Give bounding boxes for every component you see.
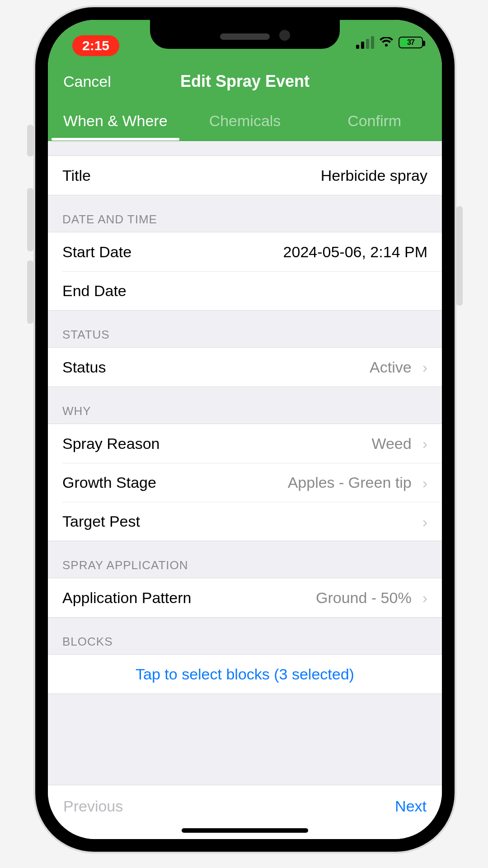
title-label: Title [62, 167, 91, 184]
start-date-value: 2024-05-06, 2:14 PM [139, 243, 427, 261]
battery-percent: 37 [407, 38, 414, 47]
cellular-icon [356, 36, 374, 49]
stage: 2:15 37 [0, 0, 488, 868]
volume-up-button[interactable] [27, 188, 33, 251]
tab-chemicals[interactable]: Chemicals [180, 101, 310, 141]
screen: 2:15 37 [48, 20, 442, 839]
growth-stage-value: Apples - Green tip [164, 474, 412, 491]
title-value: Herbicide spray [98, 167, 427, 184]
application-pattern-label: Application Pattern [62, 589, 191, 607]
volume-down-button[interactable] [27, 260, 33, 324]
recording-time-pill[interactable]: 2:15 [72, 35, 119, 56]
end-date-label: End Date [62, 282, 127, 300]
tab-label: When & Where [63, 112, 168, 130]
chevron-right-icon: › [422, 475, 427, 491]
power-button[interactable] [456, 206, 463, 306]
wifi-icon [380, 37, 393, 48]
row-spray-reason[interactable]: Spray Reason Weed › [48, 424, 442, 463]
nav-bar: Cancel Edit Spray Event [48, 61, 442, 101]
section-blocks: BLOCKS [48, 618, 442, 654]
row-application-pattern[interactable]: Application Pattern Ground - 50% › [48, 578, 442, 617]
cancel-button[interactable]: Cancel [63, 73, 111, 90]
start-date-label: Start Date [62, 243, 131, 261]
row-target-pest[interactable]: Target Pest › [62, 502, 442, 541]
group-blocks: Tap to select blocks (3 selected) [48, 654, 442, 694]
front-camera-icon [279, 30, 290, 41]
battery-icon: 37 [399, 37, 423, 48]
tab-label: Confirm [347, 112, 401, 130]
group-status: Status Active › [48, 347, 442, 387]
row-status[interactable]: Status Active › [48, 348, 442, 387]
group-why: Spray Reason Weed › Growth Stage Apples … [48, 424, 442, 541]
mute-switch[interactable] [27, 125, 33, 156]
row-end-date[interactable]: End Date [62, 271, 442, 310]
section-date-and-time: DATE AND TIME [48, 195, 442, 232]
section-why: WHY [48, 387, 442, 424]
tab-confirm[interactable]: Confirm [310, 101, 439, 141]
status-time: 2:15 [82, 38, 109, 53]
group-title: Title Herbicide spray [48, 156, 442, 195]
chevron-right-icon: › [422, 514, 427, 529]
row-start-date[interactable]: Start Date 2024-05-06, 2:14 PM [48, 232, 442, 271]
phone-frame: 2:15 37 [35, 7, 455, 852]
status-label: Status [62, 359, 106, 376]
group-application: Application Pattern Ground - 50% › [48, 578, 442, 618]
row-title[interactable]: Title Herbicide spray [48, 156, 442, 195]
status-right: 37 [356, 36, 423, 49]
growth-stage-label: Growth Stage [62, 474, 156, 491]
page-title: Edit Spray Event [180, 72, 310, 91]
chevron-right-icon: › [422, 590, 427, 605]
tab-label: Chemicals [209, 112, 281, 130]
application-pattern-value: Ground - 50% [198, 589, 411, 607]
previous-button: Previous [63, 797, 123, 815]
status-value: Active [113, 359, 411, 376]
select-blocks-link: Tap to select blocks (3 selected) [136, 665, 354, 683]
tabs: When & Where Chemicals Confirm [48, 101, 442, 141]
target-pest-label: Target Pest [62, 513, 140, 530]
tab-when-where[interactable]: When & Where [51, 101, 180, 141]
spray-reason-label: Spray Reason [62, 435, 160, 453]
chevron-right-icon: › [422, 359, 427, 375]
group-date: Start Date 2024-05-06, 2:14 PM End Date [48, 232, 442, 311]
spray-reason-value: Weed [167, 435, 411, 453]
speaker-icon [220, 33, 270, 40]
home-indicator[interactable] [182, 828, 308, 833]
bottom-spacer [48, 694, 442, 708]
next-button[interactable]: Next [395, 797, 427, 815]
section-spray-application: SPRAY APPLICATION [48, 541, 442, 578]
notch [150, 20, 340, 49]
form-content[interactable]: Title Herbicide spray DATE AND TIME Star… [48, 141, 442, 785]
row-growth-stage[interactable]: Growth Stage Apples - Green tip › [62, 463, 442, 502]
row-select-blocks[interactable]: Tap to select blocks (3 selected) [48, 655, 442, 693]
section-status: STATUS [48, 311, 442, 347]
chevron-right-icon: › [422, 436, 427, 451]
